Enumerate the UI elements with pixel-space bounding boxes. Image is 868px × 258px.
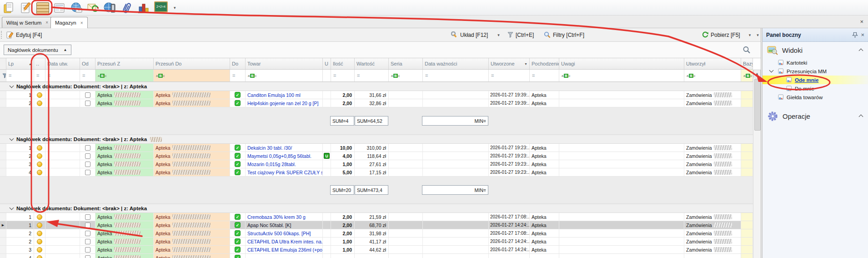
column-header-towar[interactable]: Towar <box>246 58 323 69</box>
grid-row[interactable]: 2AptekaApteka✓Maymetsi 0,05g+0,85g 56tab… <box>0 152 753 160</box>
web-catalog-icon[interactable] <box>104 1 116 14</box>
download-caret-icon[interactable]: ▾ <box>749 33 751 37</box>
filter-cell-od[interactable]: = <box>80 70 95 81</box>
scrollbar-thumb[interactable] <box>754 79 761 131</box>
filter-cell-datautw[interactable]: = <box>45 70 80 81</box>
row-checkbox[interactable] <box>85 255 90 258</box>
grid-row[interactable]: 4AptekaApteka✓ <box>0 254 753 258</box>
sidebar-item-gielda-towarow[interactable]: Giełda towarów <box>763 93 868 101</box>
notes-icon[interactable] <box>20 1 32 14</box>
filter-cell-do[interactable]: = <box>230 70 246 81</box>
sidebar-item-do-mnie[interactable]: Do mnie <box>763 84 868 93</box>
row-checkbox[interactable] <box>85 231 90 236</box>
filter-cell-u[interactable] <box>323 70 331 81</box>
tab-close-icon[interactable]: × <box>45 20 48 25</box>
sidebar-item-kartoteki[interactable]: Kartoteki <box>763 58 868 67</box>
filter-cell-towar[interactable]: aBc <box>246 70 323 81</box>
product-link[interactable]: CETAPHIL DA Ultra Krem intes. na... <box>246 239 323 244</box>
vertical-scrollbar[interactable]: ▲ <box>753 70 761 258</box>
product-link[interactable]: Canditon Emulsja 100 ml <box>246 92 301 98</box>
row-checkbox[interactable] <box>85 92 90 98</box>
edit-button[interactable]: Edytuj [F4] <box>6 28 42 41</box>
sidebar-item-ode-mnie[interactable]: Ode mnie <box>763 76 868 84</box>
column-header-poch[interactable]: Pochodzenie <box>530 58 559 69</box>
grid-row[interactable]: 1AptekaApteka✓Canditon Emulsja 100 ml2,0… <box>0 91 753 99</box>
pin-icon[interactable] <box>852 32 858 38</box>
sidebar-item-przesuniecia-mm[interactable]: Przesunięcia MM <box>763 67 868 76</box>
grid-row[interactable]: 1AptekaApteka✓Dekalcin 30 tabl. /30/10,0… <box>0 144 753 152</box>
group-by-button[interactable]: Nagłówek dokumentu ▲ <box>4 45 71 55</box>
product-link[interactable]: StructuActiv 500 60kaps. [PH] <box>246 231 311 236</box>
column-header-seria[interactable]: Seria <box>389 58 423 69</box>
filter-cell-seria[interactable]: aBc <box>389 70 423 81</box>
filter-cell-utworzyl[interactable]: aBc <box>684 70 741 81</box>
operations-section-header[interactable]: Operacje <box>763 108 868 124</box>
grid-row[interactable]: 2AptekaApteka✓StructuActiv 500 60kaps. [… <box>0 229 753 238</box>
scroll-up-icon[interactable]: ▲ <box>753 70 761 77</box>
internet-mail-icon[interactable] <box>70 1 83 14</box>
news-icon[interactable] <box>53 1 66 14</box>
product-link[interactable]: CETAPHIL EM Emulsja 236ml (+po... <box>246 247 323 253</box>
warehouse-crate-icon[interactable] <box>36 1 49 14</box>
filter-cell-uwagi[interactable]: aBc <box>559 70 684 81</box>
more-caret-icon[interactable]: ▾ <box>757 33 759 37</box>
column-header-dataw[interactable]: Data ważności <box>423 58 489 69</box>
filter-cell-wartosc[interactable]: = <box>355 70 389 81</box>
column-header-utworzyl[interactable]: Utworzył <box>684 58 741 69</box>
column-header-utworzone[interactable]: Utworzone▼ <box>489 58 530 69</box>
filter-cell-poch[interactable]: = <box>530 70 559 81</box>
filter-cell-ind[interactable] <box>0 70 6 81</box>
grid-row[interactable]: 3AptekaApteka✓Mozarin 0,015g 28tabl.1,00… <box>0 160 753 168</box>
product-link[interactable]: Help4skin gojenie ran żel 20 g [P] <box>246 101 318 106</box>
layout-button[interactable]: Układ [F12] ▾ <box>451 28 500 41</box>
product-link[interactable]: Apap Noc 50tabl. [K] <box>246 223 291 228</box>
group-header[interactable]: Nagłówek dokumentu: Dokument: <brak> | z… <box>0 82 753 91</box>
tab-magazyn[interactable]: Magazyn × <box>50 17 88 28</box>
column-header-dot[interactable]: ‥ <box>34 58 45 69</box>
views-section-header[interactable]: Widoki <box>763 42 868 58</box>
row-checkbox[interactable] <box>85 239 90 244</box>
grid-row[interactable]: 2AptekaApteka✓Help4skin gojenie ran żel … <box>0 99 753 107</box>
column-header-pdo[interactable]: Przesuń Do <box>154 58 230 69</box>
group-header[interactable]: Nagłówek dokumentu: Dokument: <brak> | z… <box>0 135 753 144</box>
toolbar-grip[interactable] <box>1 31 4 39</box>
product-link[interactable]: Maymetsi 0,05g+0,85g 56tabl. <box>246 153 311 159</box>
column-filter-button[interactable]: [Ctrl+E] <box>507 28 534 41</box>
filters-button[interactable]: Filtry [Ctrl+F] <box>544 28 584 41</box>
column-header-uwagi[interactable]: Uwagi <box>559 58 684 69</box>
column-header-od[interactable]: Od <box>80 58 95 69</box>
close-icon[interactable]: × <box>860 18 863 25</box>
row-checkbox[interactable] <box>85 145 90 151</box>
row-checkbox[interactable] <box>85 101 90 106</box>
filter-cell-dot[interactable]: = <box>34 70 45 81</box>
panel-close-icon[interactable]: × <box>861 31 864 38</box>
grid-row[interactable]: 1AptekaApteka✓Cremobaza 30% krem 30 g2,0… <box>0 213 753 221</box>
row-checkbox[interactable] <box>85 153 90 159</box>
group-header[interactable]: Nagłówek dokumentu: Dokument: <brak> | z… <box>0 204 753 213</box>
grid-row[interactable]: 3AptekaApteka✓CETAPHIL EM Emulsja 236ml … <box>0 246 753 254</box>
chevron-down-icon[interactable] <box>769 68 774 73</box>
attachments-icon[interactable] <box>120 1 133 14</box>
column-header-wartosc[interactable]: Wartość <box>355 58 389 69</box>
chevron-up-icon[interactable] <box>859 115 863 119</box>
tab-welcome[interactable]: Witaj w Sertum × <box>2 17 53 28</box>
tab-close-icon[interactable]: × <box>80 20 83 25</box>
filter-cell-lp[interactable]: = <box>6 70 34 81</box>
download-button[interactable]: Pobierz [F5] ▾ ▾ <box>702 28 759 41</box>
toolbar-overflow-caret[interactable]: ▾ <box>174 5 176 10</box>
filter-cell-dataw[interactable]: = <box>423 70 489 81</box>
training-board-icon[interactable]: 2+2=4 <box>154 1 169 14</box>
product-link[interactable]: Cremobaza 30% krem 30 g <box>246 214 306 220</box>
layout-caret-icon[interactable]: ▾ <box>497 33 500 37</box>
grid-row[interactable]: ▶1AptekaApteka✓Apap Noc 50tabl. [K]2,006… <box>0 221 753 229</box>
chevron-up-icon[interactable] <box>859 49 863 53</box>
statistics-icon[interactable] <box>137 1 150 14</box>
product-link[interactable]: Dekalcin 30 tabl. /30/ <box>246 145 292 151</box>
column-header-ilosc[interactable]: Ilość <box>331 58 355 69</box>
row-checkbox[interactable] <box>85 223 90 228</box>
column-header-u[interactable]: U <box>323 58 331 69</box>
product-link[interactable]: Test ciążowy Pink SUPER CZUŁY s... <box>246 170 323 175</box>
filter-cell-utworzone[interactable]: = <box>489 70 530 81</box>
grid-row[interactable]: 4AptekaApteka✓Test ciążowy Pink SUPER CZ… <box>0 168 753 177</box>
row-checkbox[interactable] <box>85 162 90 167</box>
